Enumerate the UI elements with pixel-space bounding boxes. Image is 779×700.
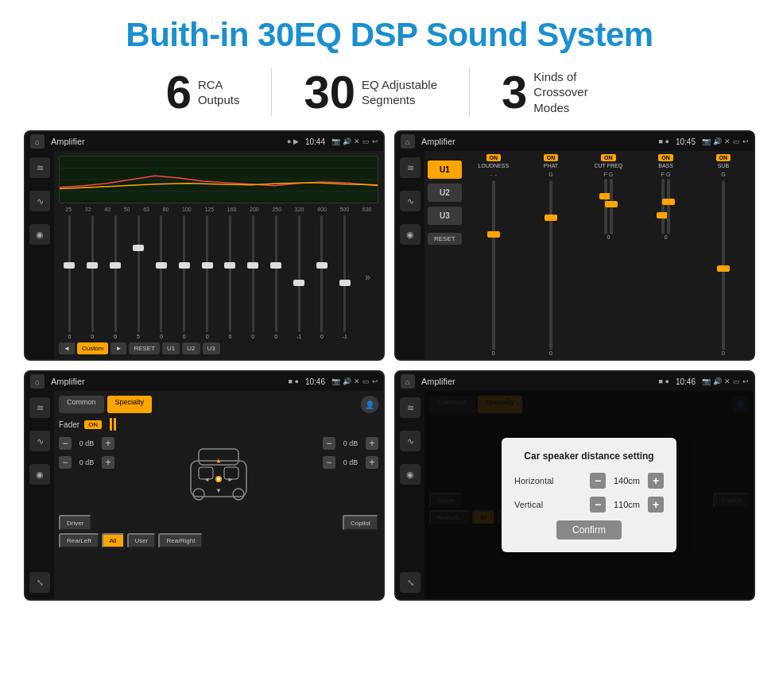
- slider-track-10[interactable]: [298, 215, 300, 332]
- fader-copilot-btn[interactable]: Copilot: [343, 515, 378, 531]
- fader-wave-icon[interactable]: ∿: [29, 431, 50, 451]
- dialog-wave-icon[interactable]: ∿: [400, 431, 421, 451]
- horizontal-plus-btn[interactable]: +: [648, 473, 664, 489]
- fader-on-badge[interactable]: ON: [84, 420, 102, 429]
- dialog-vol-icon[interactable]: ◉: [400, 464, 421, 485]
- phat-on[interactable]: ON: [544, 154, 559, 161]
- eq-custom-btn[interactable]: Custom: [77, 342, 109, 354]
- slider-track-9[interactable]: [275, 215, 277, 332]
- sub-on[interactable]: ON: [716, 154, 731, 161]
- volume-icon-4: 🔊: [713, 377, 722, 385]
- bass-on[interactable]: ON: [658, 154, 673, 161]
- confirm-button[interactable]: Confirm: [556, 520, 622, 540]
- db-plus-bl[interactable]: +: [102, 456, 114, 469]
- db-plus-tl[interactable]: +: [102, 437, 114, 450]
- eq-slider-1: 0: [82, 215, 103, 339]
- amp-reset-btn[interactable]: RESET: [428, 233, 462, 245]
- dialog-arrows-icon[interactable]: ⤡: [400, 572, 421, 593]
- amp-wave-icon[interactable]: ∿: [400, 191, 421, 211]
- dialog-eq-icon[interactable]: ≋: [400, 397, 421, 418]
- vertical-plus-btn[interactable]: +: [648, 497, 664, 512]
- amp-side-icons: ≋ ∿ ◉: [396, 151, 424, 359]
- fader-rearleft-btn[interactable]: RearLeft: [59, 533, 99, 548]
- fader-tab-common[interactable]: Common: [59, 396, 104, 413]
- fader-diagram-spacer: [94, 515, 340, 531]
- sub-slider[interactable]: [722, 180, 725, 350]
- phat-slider[interactable]: [549, 180, 552, 350]
- slider-track-2[interactable]: [114, 215, 117, 332]
- loudness-slider[interactable]: [492, 180, 495, 350]
- screen4-time: 10:46: [676, 377, 696, 386]
- fader-user-btn[interactable]: User: [127, 533, 157, 548]
- amp-vol-icon[interactable]: ◉: [400, 224, 421, 245]
- cutfreq-on[interactable]: ON: [601, 154, 616, 161]
- slider-track-8[interactable]: [252, 215, 254, 332]
- slider-track-0[interactable]: [68, 215, 71, 332]
- u2-button[interactable]: U2: [428, 184, 462, 202]
- sub-label: SUB: [718, 163, 729, 168]
- db-minus-tl[interactable]: −: [59, 437, 72, 450]
- eq-reset-btn[interactable]: RESET: [129, 342, 160, 354]
- home-icon-2[interactable]: ⌂: [401, 134, 415, 149]
- fader-header: Fader ON: [59, 418, 378, 431]
- fader-vol-icon[interactable]: ◉: [29, 464, 50, 485]
- wave-icon[interactable]: ∿: [29, 191, 50, 211]
- vol-icon[interactable]: ◉: [29, 224, 50, 245]
- vertical-minus-btn[interactable]: −: [590, 497, 606, 512]
- slider-track-1[interactable]: [91, 215, 94, 332]
- fader-tabs: Common Specialty 👤: [59, 396, 378, 413]
- bass-slider-g[interactable]: [667, 179, 670, 234]
- screen1-title: Amplifier: [51, 137, 284, 146]
- home-icon-1[interactable]: ⌂: [30, 134, 45, 149]
- cutfreq-slider-g[interactable]: [610, 179, 613, 234]
- eq-icon[interactable]: ≋: [29, 157, 50, 178]
- db-minus-bl[interactable]: −: [59, 456, 72, 469]
- horizontal-minus-btn[interactable]: −: [590, 473, 606, 489]
- u1-button[interactable]: U1: [428, 160, 462, 179]
- loudness-on[interactable]: ON: [486, 154, 502, 161]
- slider-track-11[interactable]: [320, 215, 323, 332]
- slider-track-4[interactable]: [160, 215, 162, 332]
- db-minus-br[interactable]: −: [323, 456, 335, 469]
- db-control-bottom-right: − 0 dB +: [323, 456, 378, 469]
- u3-button[interactable]: U3: [428, 207, 462, 225]
- db-minus-tr[interactable]: −: [323, 437, 335, 450]
- amp-eq-icon[interactable]: ≋: [400, 157, 421, 178]
- fader-driver-btn[interactable]: Driver: [59, 515, 91, 531]
- dialog-box: Car speaker distance setting Horizontal …: [502, 438, 676, 552]
- db-value-bl: 0 dB: [75, 458, 99, 466]
- fader-person-icon[interactable]: 👤: [361, 396, 378, 413]
- eq-u2-btn[interactable]: U2: [182, 342, 200, 354]
- db-value-tl: 0 dB: [75, 439, 99, 447]
- fader-tab-specialty[interactable]: Specialty: [107, 396, 153, 413]
- home-icon-3[interactable]: ⌂: [30, 374, 45, 389]
- home-icon-4[interactable]: ⌂: [401, 374, 415, 389]
- screen-eq: ⌂ Amplifier ● ▶ 10:44 📷 🔊 ✕ ▭ ↩ ≋ ∿ ◉: [24, 130, 385, 361]
- fader-all-btn[interactable]: All: [102, 533, 125, 548]
- camera-icon-1: 📷: [331, 137, 340, 145]
- media-icons-3: ■ ●: [289, 377, 299, 385]
- eq-slider-10: -1: [289, 215, 310, 339]
- slider-track-6[interactable]: [206, 215, 208, 332]
- db-plus-tr[interactable]: +: [366, 437, 378, 450]
- bass-slider-f[interactable]: [661, 179, 665, 234]
- amp-phat: ON PHAT G 0: [524, 154, 578, 356]
- vertical-controls: − 110cm +: [590, 497, 664, 512]
- fader-label: Fader: [59, 420, 79, 429]
- slider-track-7[interactable]: [229, 215, 231, 332]
- db-plus-br[interactable]: +: [366, 456, 378, 469]
- eq-u1-btn[interactable]: U1: [162, 342, 180, 354]
- slider-track-12[interactable]: [343, 215, 346, 332]
- fader-arrows-icon[interactable]: ⤡: [29, 572, 50, 593]
- horizontal-controls: − 140cm +: [590, 473, 664, 489]
- slider-track-3[interactable]: [138, 215, 140, 332]
- screen-amp: ⌂ Amplifier ■ ● 10:45 📷 🔊 ✕ ▭ ↩ ≋ ∿ ◉: [394, 130, 755, 361]
- fader-main-area: Common Specialty 👤 Fader ON: [54, 391, 383, 599]
- eq-prev-btn[interactable]: ◄: [59, 342, 75, 354]
- fader-eq-icon[interactable]: ≋: [29, 397, 50, 418]
- slider-track-5[interactable]: [183, 215, 185, 332]
- x-icon-1: ✕: [354, 137, 360, 145]
- eq-play-btn[interactable]: ►: [110, 342, 126, 354]
- eq-u3-btn[interactable]: U3: [203, 342, 220, 354]
- fader-rearright-btn[interactable]: RearRight: [158, 533, 203, 548]
